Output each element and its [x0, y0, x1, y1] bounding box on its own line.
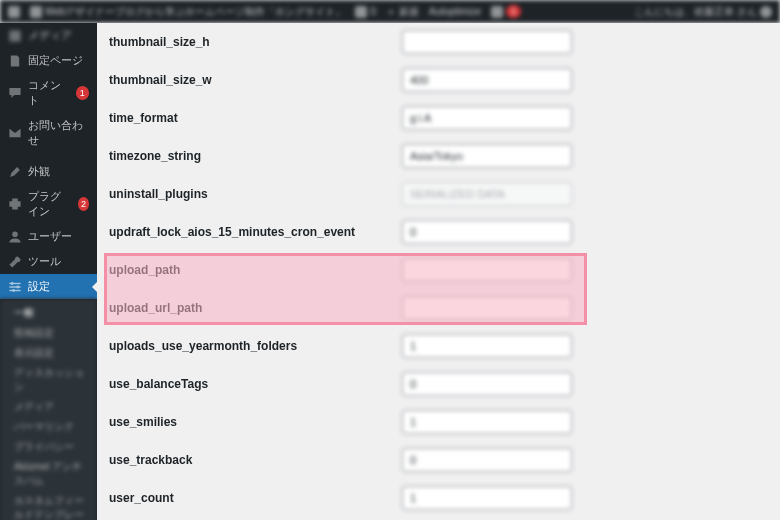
menu-comments[interactable]: コメント 1: [0, 73, 97, 113]
admin-bar-new-label: ＋ 新規: [386, 5, 419, 19]
option-label: timezone_string: [107, 149, 402, 163]
option-input-upload_url_path[interactable]: [402, 296, 572, 320]
menu-tools-label: ツール: [28, 254, 61, 269]
submenu-privacy[interactable]: プライバシー: [0, 437, 97, 457]
shield-icon: [491, 6, 503, 18]
menu-pages[interactable]: 固定ページ: [0, 48, 97, 73]
user-icon: [8, 230, 22, 244]
option-input-timezone_string[interactable]: [402, 144, 572, 168]
appearance-icon: [8, 165, 22, 179]
option-row-user_count: user_count: [97, 479, 780, 517]
settings-icon: [8, 280, 22, 294]
admin-bar-right: こんにちは、佐藤正幸 さん: [634, 5, 772, 19]
admin-bar-security-badge: 1: [506, 5, 521, 18]
mail-icon: [8, 126, 22, 140]
option-label: uploads_use_yearmonth_folders: [107, 339, 402, 353]
avatar-icon: [760, 6, 772, 18]
options-table: thumbnail_size_hthumbnail_size_wtime_for…: [97, 23, 780, 517]
option-label: updraft_lock_aios_15_minutes_cron_event: [107, 225, 402, 239]
submenu-general[interactable]: 一般: [0, 303, 97, 323]
option-input-time_format[interactable]: [402, 106, 572, 130]
option-row-use_trackback: use_trackback: [97, 441, 780, 479]
option-row-uploads_use_yearmonth_folders: uploads_use_yearmonth_folders: [97, 327, 780, 365]
svg-point-5: [16, 285, 19, 288]
option-label: thumbnail_size_h: [107, 35, 402, 49]
admin-bar-comments[interactable]: 0: [355, 6, 376, 18]
menu-appearance[interactable]: 外観: [0, 159, 97, 184]
menu-comments-label: コメント: [28, 78, 70, 108]
svg-point-0: [12, 231, 18, 237]
admin-menu: メディア 固定ページ コメント 1 お問い合わせ 外観 プラグイン 2 ユーザー…: [0, 23, 97, 520]
admin-bar-account[interactable]: こんにちは、佐藤正幸 さん: [634, 5, 772, 19]
comment-icon: [355, 6, 367, 18]
submenu-reading[interactable]: 表示設定: [0, 343, 97, 363]
option-row-updraft_lock_aios_15_minutes_cron_event: updraft_lock_aios_15_minutes_cron_event: [97, 213, 780, 251]
menu-contact-label: お問い合わせ: [28, 118, 89, 148]
admin-bar-security[interactable]: 1: [491, 5, 521, 18]
admin-bar: Webデザイナーブログから学ぶホームページ制作「ホングサイト」 0 ＋ 新規 A…: [0, 0, 780, 23]
admin-bar-new[interactable]: ＋ 新規: [386, 5, 419, 19]
menu-users[interactable]: ユーザー: [0, 224, 97, 249]
admin-bar-comments-count: 0: [370, 6, 376, 17]
option-row-use_balanceTags: use_balanceTags: [97, 365, 780, 403]
option-row-upload_path: upload_path: [97, 251, 780, 289]
option-input-use_balanceTags[interactable]: [402, 372, 572, 396]
option-row-uninstall_plugins: uninstall_plugins: [97, 175, 780, 213]
admin-bar-site[interactable]: Webデザイナーブログから学ぶホームページ制作「ホングサイト」: [30, 5, 345, 19]
menu-contact[interactable]: お問い合わせ: [0, 113, 97, 153]
option-label: upload_path: [107, 263, 402, 277]
menu-settings-label: 設定: [28, 279, 50, 294]
admin-bar-autoptimize[interactable]: Autoptimize: [429, 6, 481, 17]
option-input-user_count[interactable]: [402, 486, 572, 510]
option-row-use_smilies: use_smilies: [97, 403, 780, 441]
menu-plugins-label: プラグイン: [28, 189, 72, 219]
option-label: use_smilies: [107, 415, 402, 429]
option-input-uninstall_plugins: [402, 182, 572, 206]
admin-bar-autoptimize-label: Autoptimize: [429, 6, 481, 17]
option-label: use_balanceTags: [107, 377, 402, 391]
option-input-updraft_lock_aios_15_minutes_cron_event[interactable]: [402, 220, 572, 244]
option-label: user_count: [107, 491, 402, 505]
content-wrap: thumbnail_size_hthumbnail_size_wtime_for…: [97, 23, 780, 520]
option-row-timezone_string: timezone_string: [97, 137, 780, 175]
menu-appearance-label: 外観: [28, 164, 50, 179]
home-icon: [30, 6, 42, 18]
wp-icon: [8, 6, 20, 18]
submenu-discussion[interactable]: ディスカッション: [0, 363, 97, 397]
menu-pages-label: 固定ページ: [28, 53, 83, 68]
option-label: thumbnail_size_w: [107, 73, 402, 87]
admin-bar-left: Webデザイナーブログから学ぶホームページ制作「ホングサイト」 0 ＋ 新規 A…: [8, 5, 521, 19]
submenu-akismet[interactable]: Akismet アンチスパム: [0, 457, 97, 491]
admin-bar-item[interactable]: [8, 6, 20, 18]
tool-icon: [8, 255, 22, 269]
submenu-media[interactable]: メディア: [0, 397, 97, 417]
menu-media-label: メディア: [28, 28, 72, 43]
comment-icon: [8, 86, 22, 100]
option-input-thumbnail_size_w[interactable]: [402, 68, 572, 92]
submenu-permalink[interactable]: パーマリンク: [0, 417, 97, 437]
menu-settings[interactable]: 設定: [0, 274, 97, 299]
submenu-cft[interactable]: カスタムフィールドテンプレート: [0, 491, 97, 520]
option-input-thumbnail_size_h[interactable]: [402, 30, 572, 54]
option-input-uploads_use_yearmonth_folders[interactable]: [402, 334, 572, 358]
menu-comments-badge: 1: [76, 86, 89, 100]
submenu-writing[interactable]: 投稿設定: [0, 323, 97, 343]
menu-plugins[interactable]: プラグイン 2: [0, 184, 97, 224]
option-row-thumbnail_size_h: thumbnail_size_h: [97, 23, 780, 61]
option-label: uninstall_plugins: [107, 187, 402, 201]
menu-media[interactable]: メディア: [0, 23, 97, 48]
option-label: upload_url_path: [107, 301, 402, 315]
option-input-use_smilies[interactable]: [402, 410, 572, 434]
option-label: use_trackback: [107, 453, 402, 467]
svg-point-6: [12, 289, 15, 292]
settings-submenu: 一般 投稿設定 表示設定 ディスカッション メディア パーマリンク プライバシー…: [0, 299, 97, 520]
svg-point-4: [11, 282, 14, 285]
option-input-use_trackback[interactable]: [402, 448, 572, 472]
admin-bar-site-label: Webデザイナーブログから学ぶホームページ制作「ホングサイト」: [45, 5, 345, 19]
option-input-upload_path[interactable]: [402, 258, 572, 282]
option-label: time_format: [107, 111, 402, 125]
menu-tools[interactable]: ツール: [0, 249, 97, 274]
menu-plugins-badge: 2: [78, 197, 89, 211]
admin-bar-greeting: こんにちは、佐藤正幸 さん: [634, 5, 757, 19]
page-icon: [8, 54, 22, 68]
